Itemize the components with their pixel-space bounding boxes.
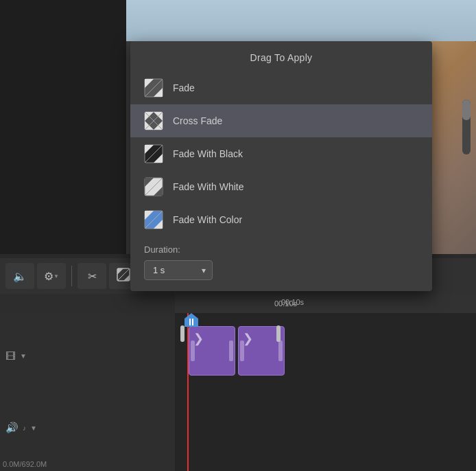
track-audio-note-icon: ♪ bbox=[23, 424, 26, 432]
fade-white-icon bbox=[144, 177, 163, 196]
duration-section: Duration: 0.5 s 1 s 2 s 3 s 5 s ▾ bbox=[130, 236, 432, 280]
transitions-popup: Drag To Apply Fade bbox=[130, 41, 432, 291]
clip-handle-right-1[interactable] bbox=[229, 341, 233, 361]
scroll-thumb[interactable] bbox=[462, 100, 471, 120]
transition-list: Fade Cross Fade bbox=[130, 71, 432, 236]
playhead-line-2 bbox=[192, 319, 193, 325]
transition-item-cross-fade[interactable]: Cross Fade bbox=[130, 104, 432, 137]
fade-color-label: Fade With Color bbox=[173, 214, 242, 225]
svg-marker-25 bbox=[123, 275, 130, 281]
cross-fade-label: Cross Fade bbox=[173, 115, 222, 126]
playhead-line bbox=[187, 313, 189, 471]
gear-icon: ⚙ bbox=[44, 270, 53, 283]
transition-item-fade[interactable]: Fade bbox=[130, 71, 432, 104]
playhead-lines bbox=[189, 314, 193, 325]
fade-black-icon bbox=[144, 144, 163, 163]
svg-marker-24 bbox=[117, 268, 123, 275]
track-control-audio: 🔊 ♪ ▼ bbox=[5, 422, 169, 434]
clip-icon-2: ❯ bbox=[243, 331, 253, 346]
fade-color-icon bbox=[144, 210, 163, 229]
volume-icon: 🔈 bbox=[13, 270, 27, 283]
film-icon: 🎞 bbox=[5, 350, 16, 362]
duration-label: Duration: bbox=[144, 244, 418, 255]
bg-top-left bbox=[0, 0, 130, 254]
preview-scrollbar[interactable] bbox=[462, 100, 471, 154]
speaker-icon: 🔊 bbox=[5, 422, 19, 434]
clip-handle-left-2[interactable] bbox=[240, 341, 244, 361]
track-content: ❯ ❯ bbox=[175, 313, 476, 471]
duration-select[interactable]: 0.5 s 1 s 2 s 3 s 5 s bbox=[144, 260, 213, 280]
cut-button[interactable]: ✂ bbox=[78, 263, 106, 289]
duration-select-wrapper: 0.5 s 1 s 2 s 3 s 5 s ▾ bbox=[144, 260, 213, 280]
settings-button[interactable]: ⚙ ▼ bbox=[37, 263, 66, 289]
popup-title: Drag To Apply bbox=[130, 41, 432, 71]
fade-black-label: Fade With Black bbox=[173, 148, 243, 159]
transition-item-fade-black[interactable]: Fade With Black bbox=[130, 137, 432, 170]
track-video-arrow-icon: ▼ bbox=[20, 352, 27, 360]
trim-handle-left-bar bbox=[180, 325, 185, 342]
toolbar-separator-1 bbox=[71, 266, 72, 286]
time-label: 00:10s bbox=[281, 298, 304, 306]
transition-icon bbox=[117, 268, 130, 284]
transition-item-fade-color[interactable]: Fade With Color bbox=[130, 203, 432, 236]
fade-label: Fade bbox=[173, 82, 195, 93]
trim-handle-right-bar bbox=[276, 325, 281, 342]
track-audio-arrow-icon: ▼ bbox=[30, 424, 37, 432]
clip-handle-left-1[interactable] bbox=[191, 341, 195, 361]
playhead-marker bbox=[185, 313, 198, 327]
timeline-tracks: 🎞 ▼ 🔊 ♪ ▼ bbox=[0, 313, 476, 471]
fade-white-label: Fade With White bbox=[173, 181, 243, 192]
trim-handle-right[interactable] bbox=[276, 325, 281, 342]
trim-handle-left[interactable] bbox=[180, 325, 185, 342]
scissors-icon: ✂ bbox=[88, 270, 97, 283]
transition-item-fade-white[interactable]: Fade With White bbox=[130, 170, 432, 203]
playhead-top bbox=[185, 313, 198, 327]
clip-icon-1: ❯ bbox=[193, 331, 204, 346]
clip-row-video: ❯ ❯ bbox=[189, 323, 476, 378]
volume-button[interactable]: 🔈 bbox=[5, 263, 34, 289]
track-left-panel: 🎞 ▼ 🔊 ♪ ▼ bbox=[0, 313, 175, 471]
memory-display: 0.0M/692.0M bbox=[3, 460, 47, 468]
timeline-header: 00:10s 00:10s bbox=[0, 294, 476, 313]
clip-handle-right-2[interactable] bbox=[278, 341, 283, 361]
clip-block-1[interactable]: ❯ bbox=[189, 326, 235, 376]
settings-arrow-icon: ▼ bbox=[53, 273, 59, 279]
sky-gradient bbox=[126, 0, 476, 41]
fade-icon bbox=[144, 78, 163, 97]
track-control-video: 🎞 ▼ bbox=[5, 350, 169, 362]
timeline-header-left bbox=[0, 294, 175, 313]
timeline-area: 00:10s 00:10s 🎞 ▼ 🔊 ♪ ▼ bbox=[0, 294, 476, 471]
cross-fade-icon bbox=[144, 111, 163, 130]
playhead-line-1 bbox=[189, 319, 191, 325]
